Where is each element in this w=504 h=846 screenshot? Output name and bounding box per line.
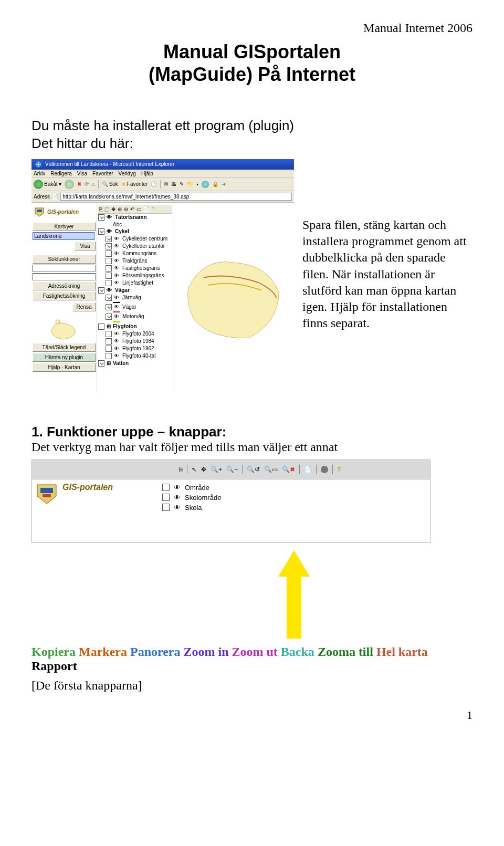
overview-map[interactable] [48, 316, 80, 342]
history-icon[interactable]: 🕑 [151, 181, 157, 187]
copy-icon[interactable]: ⎘ [179, 466, 183, 473]
menu-redigera[interactable]: Redigera [50, 171, 72, 176]
layer-motorvag[interactable]: Motorväg [122, 314, 144, 319]
rensa-button[interactable]: Rensa [72, 302, 96, 311]
search-input-1[interactable] [33, 265, 96, 272]
home-icon[interactable]: ⌂ [92, 181, 95, 187]
back-button[interactable]: Bakåt ▾ [34, 180, 61, 189]
go-icon[interactable]: ➜ [222, 181, 226, 187]
zoom-back-icon[interactable]: 🔍↺ [247, 466, 260, 473]
layer-check-f2004[interactable] [106, 331, 112, 337]
layer-check-tatortsnamn[interactable] [98, 214, 104, 221]
dot-icon[interactable] [321, 466, 328, 473]
layer-vagar[interactable]: Vägar [115, 287, 130, 293]
stop-icon[interactable]: ✖ [77, 181, 81, 187]
layer-check-vagar[interactable] [98, 287, 104, 294]
hamta-plugin-button[interactable]: Hämta ny plugin [33, 353, 96, 362]
layer-f2004[interactable]: Flygfoto 2004 [122, 331, 154, 337]
check-skola[interactable] [162, 504, 170, 511]
layer-check-trakt[interactable] [106, 258, 112, 264]
report-icon[interactable]: 📄 [143, 206, 150, 212]
layer-flygfoton[interactable]: Flygfoton [113, 323, 137, 329]
layer-f1984[interactable]: Flygfoto 1984 [122, 338, 154, 344]
address-input[interactable]: http://karta.landskrona.se/mwf_internet/… [60, 193, 292, 201]
feed-icon[interactable]: ⭑ [196, 181, 198, 187]
layer-vatten[interactable]: Vatten [113, 360, 129, 366]
select-icon[interactable]: ↖ [192, 466, 197, 473]
folder-icon[interactable]: 📁 [187, 181, 193, 187]
kartvyer-button[interactable]: Kartvyer [33, 222, 96, 231]
layer-check-f1984[interactable] [106, 338, 112, 344]
zoom-out-icon[interactable]: ⊖ [124, 206, 128, 212]
layer-cykel[interactable]: Cykel [115, 228, 129, 234]
refresh-icon[interactable]: ⟳ [85, 181, 89, 187]
copy-icon[interactable]: ⎘ [99, 206, 102, 212]
zoom-back-icon[interactable]: ↶ [130, 206, 134, 212]
adressokning-button[interactable]: Adressökning [33, 281, 96, 290]
layer-linje[interactable]: Linjefastighet [122, 280, 153, 286]
layer-skolomrade[interactable]: Skolområde [185, 494, 221, 502]
layer-vagar2[interactable]: Vägar [122, 304, 136, 310]
visa-button[interactable]: Visa [75, 242, 96, 250]
zoom-in-icon[interactable]: 🔍+ [211, 466, 222, 473]
tand-slack-button[interactable]: Tänd/Släck legend [33, 343, 96, 352]
edit-icon[interactable]: ✎ [180, 181, 184, 187]
layer-trakt[interactable]: Traktgräns [122, 258, 147, 264]
menu-favoriter[interactable]: Favoriter [92, 171, 113, 176]
menu-visa[interactable]: Visa [77, 171, 87, 176]
layer-cykel-u[interactable]: Cykelleder utanför [122, 243, 165, 249]
layer-check-flygfoton[interactable] [98, 323, 104, 330]
layer-check-kommun[interactable] [106, 250, 112, 257]
check-skolomrade[interactable] [162, 494, 170, 501]
layer-check-cykel-c[interactable] [106, 236, 112, 242]
layer-check-f40[interactable] [106, 353, 112, 359]
layer-check-f1962[interactable] [106, 346, 112, 352]
layer-check-cykel-u[interactable] [106, 243, 112, 249]
layer-check-fors[interactable] [106, 273, 112, 279]
layer-omrade[interactable]: Område [185, 484, 209, 492]
layer-fors[interactable]: Församlingsgräns [122, 273, 164, 278]
favorites-button[interactable]: ★Favoriter [121, 181, 148, 187]
landkrona-select[interactable]: Landskrona [33, 232, 94, 240]
zoom-out-icon[interactable]: 🔍− [226, 466, 238, 473]
layer-check-vagar2[interactable] [106, 304, 112, 310]
select-icon[interactable]: ⬚ [104, 206, 109, 212]
layer-check-jarnvag[interactable] [106, 295, 112, 301]
mail-icon[interactable]: ✉ [164, 181, 168, 187]
pan-icon[interactable]: ✥ [201, 466, 206, 473]
layer-cykel-c[interactable]: Cykelleder centrum [122, 236, 167, 242]
layer-skola[interactable]: Skola [185, 504, 202, 511]
sokfunktioner-button[interactable]: Sökfunktioner [33, 255, 96, 264]
zoom-in-icon[interactable]: ⊕ [118, 206, 122, 212]
menu-arkiv[interactable]: Arkiv [34, 171, 45, 176]
search-input-2[interactable] [33, 273, 96, 280]
layer-tatortsnamn[interactable]: Tätortsnamn [115, 214, 147, 220]
layer-kommun[interactable]: Kommungräns [122, 250, 156, 256]
fastighetssokning-button[interactable]: Fastighetssökning [33, 291, 96, 300]
forward-button[interactable] [65, 180, 74, 189]
layer-check-linje[interactable] [106, 280, 112, 286]
layer-check-cykel[interactable] [98, 228, 104, 235]
layer-f1962[interactable]: Flygfoto 1962 [122, 346, 154, 351]
layer-check-motorvag[interactable] [106, 314, 112, 320]
layer-fastg[interactable]: Fastighetsgräns [122, 265, 160, 271]
search-button[interactable]: 🔍Sök [102, 181, 118, 187]
zoom-extent-icon[interactable]: ▭ [136, 206, 141, 212]
layer-check-fastg[interactable] [106, 265, 112, 271]
pan-icon[interactable]: ✥ [111, 206, 116, 212]
layer-f40[interactable]: Flygfoto 40-tal [122, 353, 155, 359]
layer-check-vatten[interactable] [98, 360, 104, 367]
map-canvas[interactable] [173, 203, 294, 392]
menu-hjalp[interactable]: Hjälp [141, 171, 153, 176]
help-icon[interactable]: ? [337, 466, 341, 473]
full-extent-icon[interactable]: 🔍✖ [282, 466, 295, 473]
report-icon[interactable]: 📄 [304, 466, 312, 473]
print-icon[interactable]: 🖶 [171, 181, 176, 187]
zoom-to-icon[interactable]: 🔍▭ [264, 466, 278, 473]
check-omrade[interactable] [162, 484, 170, 491]
menu-verktyg[interactable]: Verktyg [119, 171, 136, 176]
lock-icon[interactable]: 🔒 [212, 181, 218, 187]
layer-jarnvag[interactable]: Järnväg [122, 295, 141, 300]
help-icon[interactable]: ? [152, 206, 155, 212]
hjalp-kartan-button[interactable]: Hjälp - Kartan [33, 363, 96, 372]
